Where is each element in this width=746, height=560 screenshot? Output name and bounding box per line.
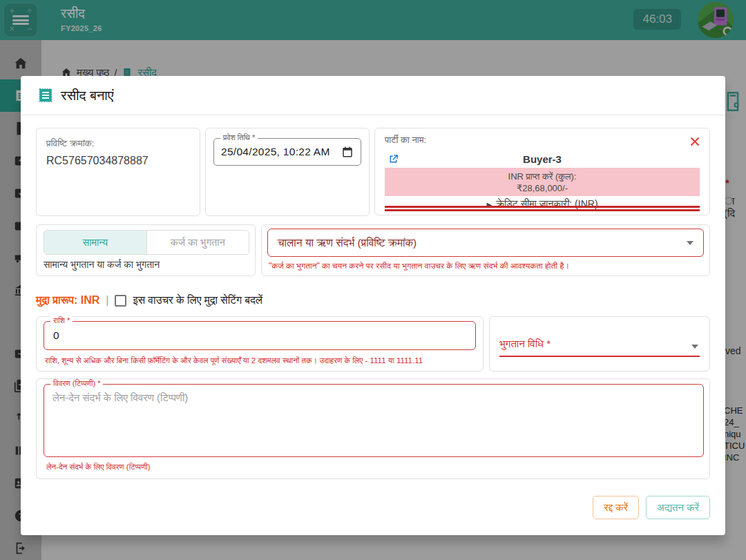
reference-helper-text: "कर्ज का भुगतान" का चयन करने पर रसीद या … (269, 261, 569, 271)
chevron-down-icon (687, 241, 694, 245)
currency-format-label: मुद्रा प्रारूप: INR (36, 294, 99, 307)
amount-helper-text: राशि, शून्य से अधिक और बिना किसी फ़ॉर्मे… (45, 356, 423, 365)
calendar-icon[interactable] (341, 146, 354, 158)
amount-card: राशि * 0 राशि, शून्य से अधिक और बिना किस… (36, 316, 484, 371)
cancel-button[interactable]: रद्द करें (593, 496, 639, 519)
reference-card: चालान या ऋण संदर्भ (प्रविष्टि क्रमांक) "… (261, 224, 710, 276)
amount-value: 0 (53, 329, 59, 342)
payment-method-card: भुगतान विधि * (489, 316, 710, 371)
description-label: विवरण (टिप्पणी) * (50, 379, 103, 388)
screen: + ÷ × − रसीद FY2025_26 46:03 (0, 0, 746, 560)
dialog-title: रसीद बनाएं (61, 88, 114, 104)
tab-normal[interactable]: सामान्य (44, 231, 147, 254)
entry-number-value: RC57657034878887 (46, 155, 190, 167)
close-icon[interactable] (687, 134, 702, 149)
dialog-actions: रद्द करें अद्यतन करें (593, 496, 710, 519)
party-name-label: पार्टी का नाम: (385, 135, 426, 146)
update-button[interactable]: अद्यतन करें (646, 496, 710, 519)
receivable-banner: INR प्राप्त करें (कुल): ₹28,68,000/- (385, 168, 700, 196)
currency-settings-checkbox[interactable] (115, 295, 126, 307)
amount-input[interactable]: राशि * 0 (44, 321, 476, 350)
chevron-down-icon[interactable] (691, 345, 698, 349)
entry-date-value: 25/04/2025, 10:22 AM (221, 146, 330, 158)
receivable-value: ₹28,68,000/- (385, 182, 700, 194)
entry-date-input[interactable]: प्रवेश तिथि * 25/04/2025, 10:22 AM (213, 138, 361, 166)
amount-label: राशि * (50, 316, 73, 325)
create-receipt-dialog: रसीद बनाएं प्रविष्टि क्रमांक: RC57657034… (21, 76, 725, 535)
credit-alert-underline (385, 206, 700, 211)
tab-loan-payment[interactable]: कर्ज का भुगतान (147, 231, 249, 254)
currency-checkbox-label: इस वाउचर के लिए मुद्रा सेटिंग बदलें (133, 294, 262, 307)
entry-date-label: प्रवेश तिथि * (220, 133, 258, 142)
entry-number-label: प्रविष्टि क्रमांक: (46, 138, 190, 149)
party-card: पार्टी का नाम: Buyer-3 INR प्राप्त करें … (374, 128, 710, 215)
currency-row: मुद्रा प्रारूप: INR | इस वाउचर के लिए मु… (36, 294, 262, 307)
party-name-value: Buyer-3 (375, 153, 709, 165)
invoice-reference-label: चालान या ऋण संदर्भ (प्रविष्टि क्रमांक) (278, 237, 417, 249)
payment-type-card: सामान्य कर्ज का भुगतान सामान्य भुगतान या… (36, 224, 256, 276)
invoice-reference-select[interactable]: चालान या ऋण संदर्भ (प्रविष्टि क्रमांक) (267, 229, 704, 257)
entry-number-card: प्रविष्टि क्रमांक: RC57657034878887 (36, 128, 200, 216)
description-card: विवरण (टिप्पणी) * लेन-देन संदर्भ के लिए … (36, 378, 710, 479)
payment-type-tabs: सामान्य कर्ज का भुगतान (44, 230, 249, 255)
receivable-label: INR प्राप्त करें (कुल): (385, 171, 700, 182)
currency-separator: | (106, 294, 108, 307)
payment-method-select[interactable]: भुगतान विधि * (499, 338, 551, 350)
entry-date-card: प्रवेश तिथि * 25/04/2025, 10:22 AM (205, 128, 370, 216)
description-textarea[interactable] (44, 385, 703, 456)
receipt-title-icon (37, 87, 54, 104)
payment-type-helper: सामान्य भुगतान या कर्ज का भुगतान (44, 259, 160, 271)
description-field-wrap: विवरण (टिप्पणी) * (44, 384, 704, 457)
dialog-header: रसीद बनाएं (21, 76, 725, 115)
description-helper-text: लेन-देन संदर्भ के लिए विवरण (टिप्पणी) (46, 463, 151, 472)
payment-method-underline (499, 356, 700, 357)
